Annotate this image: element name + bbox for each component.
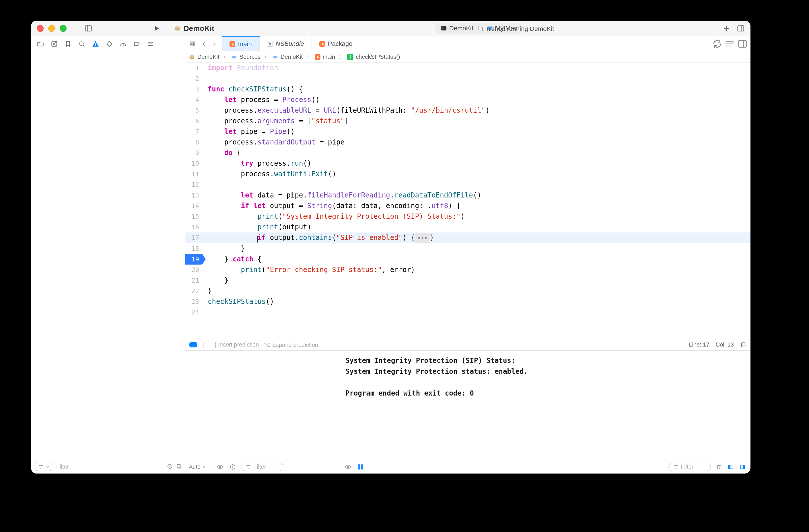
bookmarks-navigator-tab[interactable] — [62, 39, 74, 49]
code-line[interactable]: process.standardOutput = pipe — [203, 137, 751, 148]
gutter-line-number[interactable]: 3 — [185, 84, 203, 94]
debug-navigator-tab[interactable] — [117, 39, 129, 49]
tests-navigator-tab[interactable] — [103, 39, 115, 49]
gutter-line-number[interactable]: 7 — [185, 126, 203, 137]
code-line[interactable]: let pipe = Pipe() — [203, 126, 751, 137]
source-editor[interactable]: 1import Foundation23func checkSIPStatus(… — [185, 63, 751, 339]
breakpoints-navigator-tab[interactable] — [131, 39, 143, 49]
code-line[interactable]: let process = Process() — [203, 94, 751, 105]
find-navigator-tab[interactable] — [76, 39, 88, 49]
code-line[interactable]: } — [203, 286, 751, 296]
code-line[interactable]: func checkSIPStatus() { — [203, 84, 751, 94]
code-line[interactable] — [203, 307, 751, 318]
issues-navigator-tab[interactable] — [89, 39, 102, 49]
gutter-line-number[interactable]: 8 — [185, 137, 203, 148]
code-line[interactable]: } — [203, 275, 751, 286]
tab-main[interactable]: main — [222, 36, 260, 51]
debugger-output-button[interactable] — [356, 463, 365, 471]
code-line[interactable]: process.arguments = ["status"] — [203, 116, 751, 126]
gutter-line-number[interactable]: 16 — [185, 222, 203, 232]
minimap-toggle-icon[interactable] — [740, 342, 746, 348]
info-button[interactable] — [228, 463, 237, 471]
code-line[interactable]: import Foundation — [203, 63, 751, 73]
code-line[interactable]: if output.contains("SIP is enabled") {••… — [203, 232, 751, 243]
toggle-navigator-button[interactable] — [83, 23, 94, 34]
gutter-line-number[interactable]: 13 — [185, 190, 203, 201]
code-line[interactable] — [203, 73, 751, 84]
code-line[interactable]: checkSIPStatus() — [203, 296, 751, 307]
svg-rect-0 — [86, 26, 91, 31]
filter-scope-button[interactable] — [34, 463, 53, 471]
variables-filter-input[interactable] — [253, 463, 279, 470]
go-back-button[interactable] — [199, 39, 209, 49]
gutter-line-number[interactable]: 14 — [185, 201, 203, 211]
gutter-line-number[interactable]: 22 — [185, 286, 203, 296]
refresh-button[interactable] — [712, 39, 722, 49]
editor-layout-button[interactable] — [725, 39, 735, 49]
gutter-line-number[interactable]: 1 — [185, 63, 203, 73]
show-variables-button[interactable] — [726, 463, 735, 471]
code-line[interactable]: do { — [203, 148, 751, 158]
gutter-line-number[interactable]: 18 — [185, 243, 203, 254]
gutter-line-number[interactable]: 4 — [185, 94, 203, 105]
gutter-line-number[interactable]: 23 — [185, 296, 203, 307]
variables-scope-selector[interactable]: Auto — [189, 463, 206, 470]
code-line[interactable]: } catch { — [203, 254, 751, 265]
code-line[interactable]: let data = pipe.fileHandleForReading.rea… — [203, 190, 751, 201]
gutter-line-number[interactable]: 11 — [185, 169, 203, 179]
go-forward-button[interactable] — [209, 39, 220, 49]
tab-package[interactable]: Package — [312, 36, 360, 51]
variables-view[interactable]: Auto | — [185, 351, 340, 474]
navigator-filter-input[interactable] — [56, 463, 164, 470]
project-navigator-tab[interactable] — [34, 39, 47, 49]
navigator-content[interactable] — [31, 51, 185, 460]
console-output[interactable]: System Integrity Protection (SIP) Status… — [340, 351, 751, 460]
console-visibility-button[interactable] — [344, 463, 352, 471]
clear-console-button[interactable] — [714, 463, 723, 471]
code-line[interactable]: if let output = String(data: data, encod… — [203, 201, 751, 211]
add-editor-button[interactable] — [737, 39, 747, 49]
gutter-line-number[interactable]: 12 — [185, 179, 203, 190]
recent-filter-button[interactable] — [167, 463, 173, 471]
grid-icon — [190, 41, 196, 47]
tab-nsbundle[interactable]: h NSBundle — [260, 36, 312, 51]
console-filter-input[interactable] — [681, 463, 707, 470]
gutter-line-number[interactable]: 19 — [185, 254, 203, 265]
gutter-line-number[interactable]: 5 — [185, 105, 203, 116]
source-control-navigator-tab[interactable] — [48, 39, 60, 49]
add-button[interactable] — [721, 23, 732, 34]
gutter-line-number[interactable]: 24 — [185, 307, 203, 318]
gutter-line-number[interactable]: 6 — [185, 116, 203, 126]
minimize-button[interactable] — [48, 25, 55, 32]
show-console-button[interactable] — [738, 463, 747, 471]
code-line[interactable]: } — [203, 243, 751, 254]
code-line[interactable]: print(output) — [203, 222, 751, 232]
code-line[interactable] — [203, 179, 751, 190]
code-line[interactable]: process.executableURL = URL(fileURLWithP… — [203, 105, 751, 116]
code-line[interactable]: try process.run() — [203, 158, 751, 169]
close-button[interactable] — [37, 25, 44, 32]
svg-rect-34 — [742, 342, 745, 347]
related-items-button[interactable] — [188, 39, 198, 49]
quicklook-button[interactable] — [216, 463, 224, 471]
toggle-inspector-button[interactable] — [735, 23, 746, 34]
gutter-line-number[interactable]: 2 — [185, 73, 203, 84]
scm-filter-button[interactable] — [176, 463, 182, 471]
reports-navigator-tab[interactable] — [144, 39, 157, 49]
variables-filter[interactable] — [241, 463, 283, 471]
gutter-line-number[interactable]: 10 — [185, 158, 203, 169]
console-filter[interactable] — [668, 463, 711, 471]
code-line[interactable]: print("System Integrity Protection (SIP)… — [203, 211, 751, 222]
jump-bar[interactable]: DemoKit 〉 Sources 〉 DemoKit 〉 main 〉 ⨍ch… — [185, 51, 751, 63]
gutter-line-number[interactable]: 15 — [185, 211, 203, 222]
gutter-line-number[interactable]: 17 — [185, 232, 203, 243]
code-line[interactable]: process.waitUntilExit() — [203, 169, 751, 179]
gutter-line-number[interactable]: 9 — [185, 148, 203, 158]
code-line[interactable]: print("Error checking SIP status:", erro… — [203, 265, 751, 275]
gutter-line-number[interactable]: 20 — [185, 265, 203, 275]
maximize-button[interactable] — [60, 25, 67, 32]
scheme-selector[interactable]: DemoKit — [174, 24, 214, 33]
code-fold-ellipsis[interactable]: ••• — [415, 233, 430, 243]
gutter-line-number[interactable]: 21 — [185, 275, 203, 286]
run-button[interactable] — [151, 23, 162, 34]
